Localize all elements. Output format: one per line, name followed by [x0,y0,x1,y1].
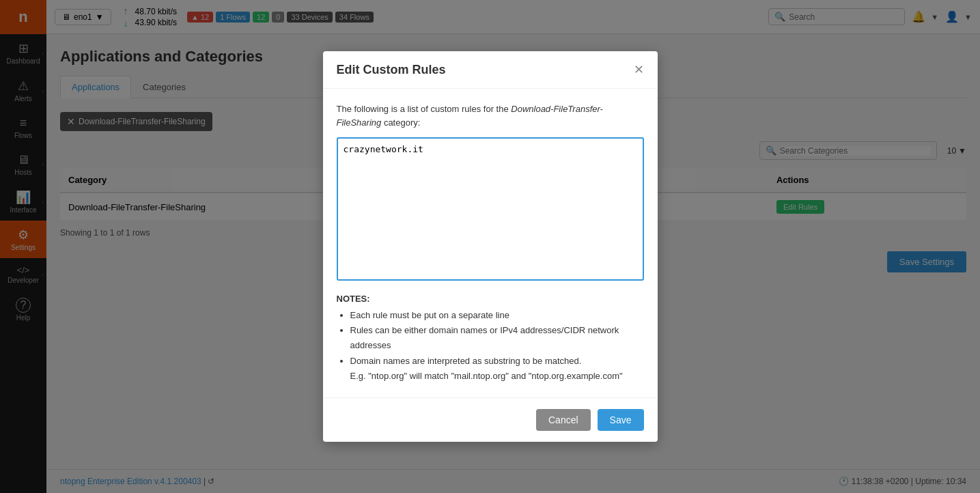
custom-rules-textarea[interactable]: crazynetwork.it [337,137,644,281]
modal-close-button[interactable]: ✕ [634,62,644,77]
cancel-button[interactable]: Cancel [536,409,591,431]
note-item: Rules can be either domain names or IPv4… [350,323,644,353]
modal-overlay: Edit Custom Rules ✕ The following is a l… [0,0,980,493]
edit-custom-rules-modal: Edit Custom Rules ✕ The following is a l… [323,51,658,441]
modal-title: Edit Custom Rules [337,63,446,77]
save-button[interactable]: Save [598,409,644,431]
modal-header: Edit Custom Rules ✕ [323,51,658,89]
modal-notes: NOTES: Each rule must be put on a separa… [337,294,644,383]
modal-description: The following is a list of custom rules … [337,102,644,129]
note-item: Domain names are interpreted as substrin… [350,354,644,384]
modal-body: The following is a list of custom rules … [323,89,658,397]
note-item: Each rule must be put on a separate line [350,308,644,323]
modal-footer: Cancel Save [323,397,658,442]
